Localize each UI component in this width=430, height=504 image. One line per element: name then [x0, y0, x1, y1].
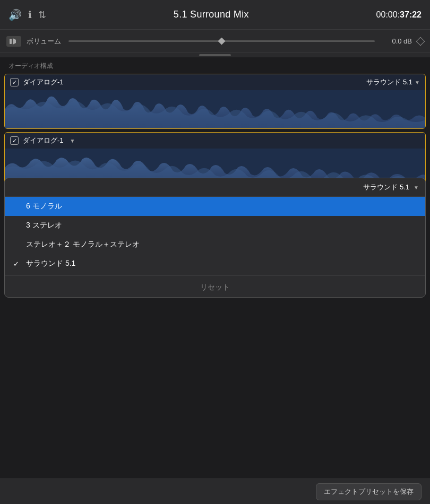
track2-checkbox[interactable]	[10, 136, 19, 145]
svg-rect-0	[10, 39, 12, 44]
dropdown-chevron-icon: ▼	[414, 185, 419, 190]
track2-header: ダイアログ-1 ▼	[5, 133, 425, 149]
dropdown-item-surround51[interactable]: ✓ サラウンド 5.1	[5, 254, 425, 273]
save-preset-button[interactable]: エフェクトプリセットを保存	[316, 483, 422, 500]
track1-chevron-icon: ▼	[415, 80, 420, 85]
dropdown-current-label[interactable]: サラウンド 5.1 ▼	[363, 183, 419, 192]
track1-waveform	[5, 90, 425, 128]
dropdown-item-3stereo[interactable]: 3 ステレオ	[5, 216, 425, 235]
volume-bar: ボリューム 0.0 dB	[0, 30, 430, 53]
speaker-icon[interactable]: 🔊	[8, 8, 22, 21]
dropdown-item-surround51-label: サラウンド 5.1	[26, 259, 75, 268]
audio-track-1: ダイアログ-1 サラウンド 5.1 ▼	[4, 74, 426, 129]
volume-slider-thumb	[218, 38, 226, 45]
volume-label: ボリューム	[27, 37, 61, 46]
scroll-indicator	[0, 53, 430, 57]
track2-name: ダイアログ-1	[23, 136, 64, 145]
dropdown-item-stereoplus-label: ステレオ＋２ モノラル＋ステレオ	[26, 240, 140, 249]
time-prefix: 00:00:	[376, 10, 400, 19]
volume-icon	[6, 36, 21, 47]
dropdown-item-6mono[interactable]: 6 モノラル	[5, 197, 425, 216]
volume-value: 0.0 dB	[380, 37, 412, 45]
info-icon[interactable]: ℹ	[28, 9, 32, 21]
dropdown-reset-button[interactable]: リセット	[5, 278, 425, 297]
track1-header-left: ダイアログ-1	[10, 77, 64, 87]
import-export-icon[interactable]: ⇅	[38, 9, 46, 21]
dropdown-item-surround51-check: ✓	[13, 260, 22, 268]
dropdown-divider	[5, 275, 425, 276]
bottom-bar: エフェクトプリセットを保存	[0, 479, 430, 504]
dropdown-item-3stereo-label: 3 ステレオ	[26, 221, 62, 230]
track1-config-button[interactable]: サラウンド 5.1 ▼	[366, 77, 420, 87]
dropdown-item-6mono-label: 6 モノラル	[26, 202, 62, 211]
track2-header-left: ダイアログ-1 ▼	[10, 136, 75, 145]
volume-slider[interactable]	[68, 40, 375, 42]
track1-header: ダイアログ-1 サラウンド 5.1 ▼	[5, 74, 425, 90]
header: 🔊 ℹ ⇅ 5.1 Surround Mix 00:00:37:22	[0, 0, 430, 30]
track1-name: ダイアログ-1	[23, 77, 64, 87]
dropdown-item-stereoplus[interactable]: ステレオ＋２ モノラル＋ステレオ	[5, 235, 425, 254]
section-label: オーディオ構成	[0, 57, 430, 74]
audio-config-dropdown: サラウンド 5.1 ▼ 6 モノラル 3 ステレオ ステレオ＋２ モノラル＋ステ…	[4, 178, 426, 298]
header-title: 5.1 Surround Mix	[174, 9, 249, 20]
scroll-bar[interactable]	[199, 54, 231, 56]
main-content: ダイアログ-1 サラウンド 5.1 ▼	[0, 74, 430, 187]
header-icons: 🔊 ℹ ⇅	[8, 8, 46, 21]
volume-keyframe-diamond[interactable]	[416, 37, 425, 46]
track1-checkbox[interactable]	[10, 78, 19, 86]
time-main: 37:22	[400, 10, 422, 19]
header-time: 00:00:37:22	[376, 10, 422, 20]
track1-config-label: サラウンド 5.1	[366, 77, 412, 87]
track2-name-chevron-icon: ▼	[70, 138, 75, 144]
dropdown-header: サラウンド 5.1 ▼	[5, 178, 425, 197]
